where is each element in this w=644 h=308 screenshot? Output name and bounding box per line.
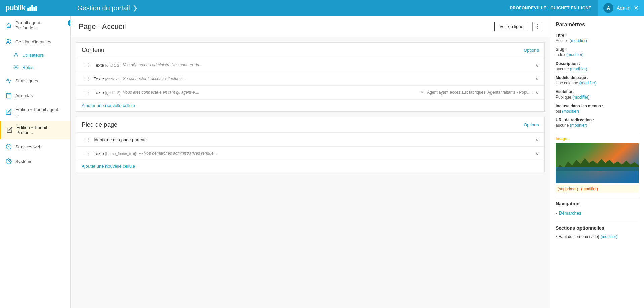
drag-handle-icon[interactable]: ⋮⋮	[82, 137, 91, 142]
stats-icon	[5, 77, 12, 84]
description-value: aucune (modifier)	[556, 67, 639, 71]
main-layout: ◀ Portail agent - Profonde... Gestion d'…	[0, 16, 644, 308]
contenu-cell-3: ⋮⋮ Texte [grid-1-2] Vous êtes connecté·e…	[76, 86, 544, 100]
add-cell-contenu-button[interactable]: Ajouter une nouvelle cellule	[76, 100, 544, 111]
right-panel: Paramètres Titre : Accueil (modifier) Sl…	[550, 16, 644, 308]
sidebar-item-statistiques[interactable]: Statistiques	[0, 73, 70, 88]
svg-rect-3	[6, 93, 11, 98]
portal-name: PROFONDEVILLE - GUICHET EN LIGNE	[503, 6, 598, 10]
expand-icon[interactable]: ∨	[535, 62, 539, 68]
incluse-value: oui (modifier)	[556, 109, 639, 114]
pied-de-page-options-button[interactable]: Options	[524, 122, 539, 127]
users-icon	[5, 38, 12, 45]
grid-tag: [grid-1-2]	[105, 91, 120, 95]
sidebar-item-services-web[interactable]: Services web	[0, 139, 70, 154]
contenu-section: Contenu Options ⋮⋮ Texte [grid-1-2] Vos …	[76, 42, 545, 112]
contenu-cell-2: ⋮⋮ Texte [grid-1-2] Se connecter L'accès…	[76, 72, 544, 86]
voir-en-ligne-button[interactable]: Voir en ligne	[494, 22, 528, 31]
user-icon	[13, 52, 19, 58]
logo-bars	[27, 5, 37, 11]
cell-preview: Vos démarches administratives sont rendu…	[123, 63, 533, 67]
contenu-section-title: Contenu	[82, 47, 104, 54]
logo-text: publik	[5, 4, 25, 12]
image-overlay	[556, 167, 639, 183]
optional-item-haut-contenu: • Haut du contenu (vide) (modifier)	[556, 233, 639, 240]
modele-modifier-link[interactable]: (modifier)	[579, 81, 597, 85]
nav-item-label: Démarches	[559, 210, 581, 216]
page-image	[556, 143, 639, 183]
admin-badge: A Admin ✕	[598, 0, 644, 16]
sidebar-item-edition-portail-profon[interactable]: Édition « Portail - Profon...	[0, 121, 70, 139]
url-modifier-link[interactable]: (modifier)	[570, 123, 587, 128]
image-supprimer-link[interactable]: (supprimer)	[558, 187, 578, 191]
contenu-cell-1: ⋮⋮ Texte [grid-1-2] Vos démarches admini…	[76, 58, 544, 72]
image-label: Image :	[556, 136, 639, 141]
bar4	[33, 7, 35, 11]
drag-handle-icon[interactable]: ⋮⋮	[82, 151, 91, 156]
drag-handle-icon[interactable]: ⋮⋮	[82, 90, 91, 95]
services-icon	[5, 143, 12, 150]
expand-icon[interactable]: ∨	[535, 137, 539, 142]
sidebar-item-roles[interactable]: Rôles	[0, 61, 70, 73]
image-actions: (supprimer) (modifier)	[556, 185, 639, 193]
header-right: PROFONDEVILLE - GUICHET EN LIGNE A Admin…	[503, 0, 644, 16]
pied-de-page-cell-1: ⋮⋮ Identique à la page parente ∨	[76, 133, 544, 147]
image-modifier-link[interactable]: (modifier)	[581, 187, 598, 191]
description-modifier-link[interactable]: (modifier)	[570, 67, 587, 71]
svg-point-0	[7, 39, 9, 41]
expand-icon[interactable]: ∨	[535, 76, 539, 81]
contenu-section-header: Contenu Options	[76, 43, 544, 58]
page-header-actions: Voir en ligne ⋮	[494, 22, 542, 31]
cell-visibility: 👁 Agent ayant acces aux fabriques, Agent…	[421, 90, 533, 95]
titre-label: Titre :	[556, 33, 639, 38]
param-visibilite: Visibilité : Publique (modifier)	[556, 89, 639, 100]
divider3	[556, 221, 639, 221]
visibilite-modifier-link[interactable]: (modifier)	[572, 95, 590, 100]
slug-value: index (modifier)	[556, 52, 639, 57]
nav-item-demarches[interactable]: › Démarches	[556, 209, 639, 217]
pied-de-page-section-header: Pied de page Options	[76, 117, 544, 133]
contenu-options-button[interactable]: Options	[524, 48, 539, 53]
param-description: Description : aucune (modifier)	[556, 61, 639, 71]
collapse-icon: ◀	[70, 21, 71, 25]
sidebar-item-agendas[interactable]: Agendas	[0, 88, 70, 103]
cell-type-label: Texte [grid-1-2]	[94, 63, 120, 68]
incluse-modifier-link[interactable]: (modifier)	[562, 109, 579, 114]
drag-handle-icon[interactable]: ⋮⋮	[82, 62, 91, 68]
sidebar-item-systeme[interactable]: Système	[0, 154, 70, 169]
visibilite-value: Publique (modifier)	[556, 95, 639, 100]
slug-modifier-link[interactable]: (modifier)	[566, 52, 584, 57]
drag-handle-icon[interactable]: ⋮⋮	[82, 76, 91, 81]
parametres-title: Paramètres	[556, 22, 639, 28]
page-header: Page - Accueil Voir en ligne ⋮	[71, 16, 550, 37]
sidebar-item-label: Système	[15, 159, 33, 164]
optional-item-label: Haut du contenu (vide)	[558, 234, 599, 239]
header-title: Gestion du portail	[77, 4, 130, 12]
content-area: Page - Accueil Voir en ligne ⋮ Contenu O…	[71, 16, 644, 308]
more-options-button[interactable]: ⋮	[532, 22, 542, 31]
url-label: URL de redirection :	[556, 118, 639, 122]
pied-de-page-cell-2: ⋮⋮ Texte [home_footer_text] --- Vos déma…	[76, 147, 544, 160]
optional-modifier-link[interactable]: (modifier)	[601, 234, 618, 239]
add-cell-pied-de-page-button[interactable]: Ajouter une nouvelle cellule	[76, 160, 544, 172]
param-slug: Slug : index (modifier)	[556, 47, 639, 57]
sidebar-item-utilisateurs[interactable]: Utilisateurs	[0, 49, 70, 61]
sidebar-item-portail-agent[interactable]: Portail agent - Profonde...	[0, 16, 70, 34]
close-icon[interactable]: ✕	[634, 4, 639, 12]
edit-icon	[5, 109, 12, 115]
sidebar-item-gestion-identites[interactable]: Gestion d'identités	[0, 34, 70, 49]
cell-type-label: Identique à la page parente	[94, 137, 147, 142]
navigation-title: Navigation	[556, 201, 639, 206]
bar5	[35, 6, 37, 11]
header-arrow-icon: ❯	[133, 4, 138, 12]
titre-modifier-link[interactable]: (modifier)	[570, 38, 587, 43]
expand-icon[interactable]: ∨	[535, 90, 539, 95]
sidebar-sub-item-label: Rôles	[22, 65, 33, 70]
sidebar-item-edition-portail-agent[interactable]: Édition « Portail agent - ...	[0, 103, 70, 121]
admin-name: Admin	[617, 5, 630, 11]
expand-icon[interactable]: ∨	[535, 151, 539, 156]
cell-type-label: Texte [grid-1-2]	[94, 90, 120, 95]
bar2	[29, 7, 31, 11]
svg-point-2	[15, 67, 17, 68]
url-value: aucune (modifier)	[556, 123, 639, 128]
